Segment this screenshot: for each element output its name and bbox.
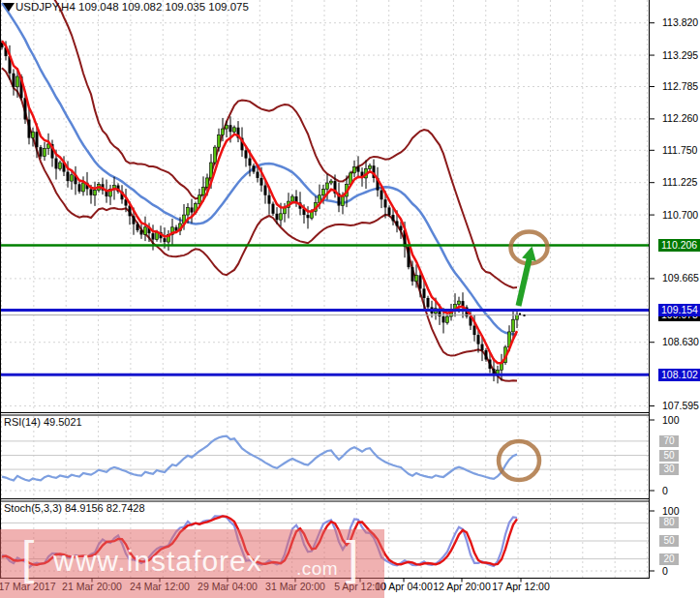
mt4-chart-window: USDJPY,H4 109.048 109.082 109.035 109.07… [0, 0, 700, 598]
price-chart-canvas[interactable] [0, 0, 700, 598]
